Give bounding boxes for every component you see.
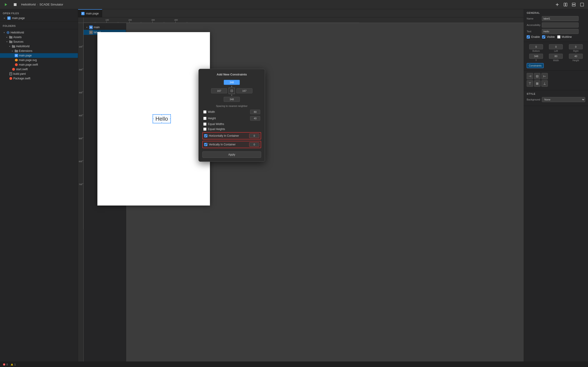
handle-bl[interactable]	[152, 122, 154, 124]
right-input[interactable]	[569, 44, 583, 49]
width-checkbox[interactable]	[203, 110, 207, 114]
enable-row: Enable	[527, 35, 540, 39]
tree-main-node[interactable]: ▾ M main	[84, 25, 126, 30]
tree-assets[interactable]: ▸ Assets	[0, 35, 78, 40]
tree-main-page-svg[interactable]: ▸ main.page.svg	[0, 58, 78, 62]
top-toolbar: HelloWorld › SCADE Simulator	[0, 0, 588, 9]
height-value-input[interactable]	[250, 116, 260, 121]
width-label: Width	[553, 59, 559, 62]
handle-tl[interactable]	[152, 114, 154, 115]
folder-tree: ▾ HelloWorld ▸ Assets ▾ Sources	[0, 29, 78, 361]
svg-text:100: 100	[105, 19, 109, 21]
main-page-icon: P	[15, 54, 18, 57]
text-label: Text	[527, 30, 540, 33]
add-button[interactable]	[554, 1, 561, 8]
y-item: Y	[527, 54, 545, 62]
bottom-constraint-input[interactable]	[224, 97, 240, 102]
play-button[interactable]	[3, 1, 9, 8]
svg-rect-6	[580, 3, 584, 6]
chevron-down-icon: ▾	[3, 31, 6, 34]
visible-checkbox[interactable]	[542, 35, 545, 39]
tree-package-swift[interactable]: ▸ Package.swift	[0, 76, 78, 81]
handle-br[interactable]	[170, 122, 171, 124]
align-center-h-btn[interactable]: ⊟	[534, 73, 540, 79]
tree-helloworld-root[interactable]: ▾ HelloWorld	[0, 30, 78, 35]
tree-main-page-swift[interactable]: ▸ main.page.swift	[0, 62, 78, 67]
align-center-v-btn[interactable]: ⊠	[534, 80, 540, 87]
align-right-btn[interactable]: ⊢	[541, 73, 548, 79]
svg-text:300: 300	[151, 19, 155, 21]
horizontally-checkbox[interactable]	[204, 134, 208, 137]
right-panel: GENERAL Name Accessibility Text Enable	[524, 9, 588, 361]
left-input[interactable]	[549, 44, 563, 49]
bottom-input[interactable]	[529, 44, 543, 49]
svg-text:500: 500	[79, 137, 82, 140]
align-bottom-btn[interactable]: ⊥	[541, 80, 548, 87]
enable-checkbox[interactable]	[527, 35, 530, 39]
constraint-center-box	[229, 88, 235, 94]
width-value-input[interactable]	[250, 110, 260, 114]
equal-widths-checkbox[interactable]	[203, 123, 207, 126]
layout3-button[interactable]	[579, 1, 585, 8]
top-constraint-input[interactable]	[224, 80, 240, 85]
svg-text:300: 300	[79, 92, 82, 94]
align-left-btn[interactable]: ⊣	[527, 73, 533, 79]
apply-button[interactable]: Apply	[202, 151, 261, 158]
multiline-checkbox[interactable]	[557, 35, 561, 39]
canvas-content[interactable]: ▾ M main T label1 Hello	[84, 23, 524, 361]
canvas-wrapper[interactable]: 100 200 300 400	[78, 17, 524, 361]
extensions-label: Extensions	[19, 49, 32, 52]
start-swift-label: start.swift	[16, 68, 28, 71]
text-input[interactable]	[542, 29, 579, 34]
handle-tm[interactable]	[161, 114, 162, 115]
tree-helloworld-sub[interactable]: ▾ HelloWorld	[0, 44, 78, 49]
width-input[interactable]	[549, 54, 563, 59]
helloworld-root-label: HelloWorld	[10, 31, 24, 34]
background-select[interactable]: None	[542, 97, 585, 102]
layout2-button[interactable]	[571, 1, 577, 8]
y-input[interactable]	[529, 54, 543, 59]
constraints-button[interactable]: Constraints	[527, 63, 544, 68]
accessibility-input[interactable]	[542, 23, 579, 27]
layout1-button[interactable]	[562, 1, 569, 8]
horizontally-value-input[interactable]	[249, 133, 259, 138]
hello-label[interactable]: Hello	[153, 114, 171, 123]
handle-mr[interactable]	[170, 118, 171, 119]
tree-start-swift[interactable]: ▸ start.swift	[0, 67, 78, 72]
left-constraint-input[interactable]	[211, 88, 227, 93]
vertically-checkbox[interactable]	[204, 143, 208, 146]
svg-text:100: 100	[79, 46, 82, 48]
vertically-option-row: Vertically In Container	[202, 141, 261, 148]
open-files-area: OPEN FILES ✕ P main.page	[0, 9, 78, 22]
helloworld-sub-folder-icon	[12, 45, 15, 48]
height-checkbox[interactable]	[203, 117, 207, 120]
chevron-down-icon-3: ▾	[8, 45, 11, 48]
tab-main-page[interactable]: P main.page	[78, 9, 102, 17]
svg-point-8	[8, 32, 9, 33]
tree-sources[interactable]: ▾ Sources	[0, 40, 78, 44]
vertical-ruler: 100 200 300 400 500 600 700	[78, 23, 84, 361]
height-input[interactable]	[569, 54, 583, 59]
svg-text:400: 400	[79, 115, 82, 117]
helloworld-sub-label: HelloWorld	[16, 45, 29, 48]
tree-extensions[interactable]: ▸ Extensions	[0, 49, 78, 53]
name-input[interactable]	[542, 16, 579, 21]
close-tab-icon[interactable]: ✕	[3, 17, 6, 20]
design-canvas[interactable]: Hello	[97, 32, 210, 206]
height-option-row: Height	[202, 116, 261, 121]
stop-button[interactable]	[12, 1, 18, 8]
align-top-btn[interactable]: ⊤	[527, 80, 533, 87]
handle-ml[interactable]	[152, 118, 154, 119]
right-constraint-input[interactable]	[236, 88, 252, 93]
open-file-item[interactable]: ✕ P main.page	[0, 16, 78, 21]
handle-bm[interactable]	[161, 122, 162, 124]
vertically-value-input[interactable]	[249, 142, 259, 147]
multiline-label: Multiline	[562, 35, 572, 39]
equal-heights-checkbox[interactable]	[203, 127, 207, 131]
horizontally-option-row: Horizontally In Container	[202, 132, 261, 140]
handle-tr[interactable]	[170, 114, 171, 115]
tree-build-yaml[interactable]: ▸ build.yaml	[0, 72, 78, 76]
equal-widths-option-row: Equal Widths	[202, 122, 261, 126]
toolbar-title: HelloWorld › SCADE Simulator	[21, 3, 63, 6]
tree-main-page[interactable]: ▸ P main.page	[0, 53, 78, 58]
